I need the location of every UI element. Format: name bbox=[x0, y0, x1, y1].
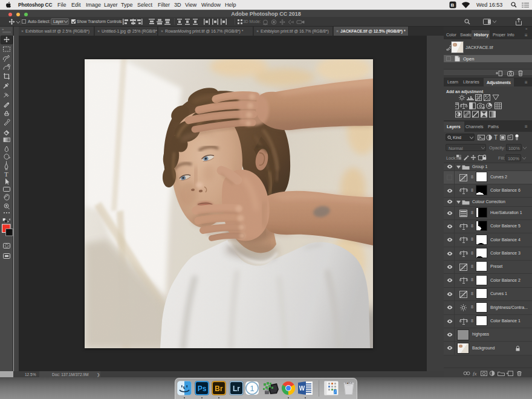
svg-text:1: 1 bbox=[250, 384, 254, 393]
svg-text:»: » bbox=[2, 27, 4, 31]
svg-text:W: W bbox=[299, 385, 305, 392]
svg-text:Br: Br bbox=[215, 384, 223, 393]
svg-text:B: B bbox=[451, 2, 455, 8]
svg-text:fx: fx bbox=[473, 371, 477, 376]
svg-text:Lr: Lr bbox=[233, 384, 240, 393]
svg-text:Ps: Ps bbox=[198, 384, 207, 393]
svg-text:T: T bbox=[494, 134, 498, 141]
svg-text:T: T bbox=[4, 170, 8, 178]
